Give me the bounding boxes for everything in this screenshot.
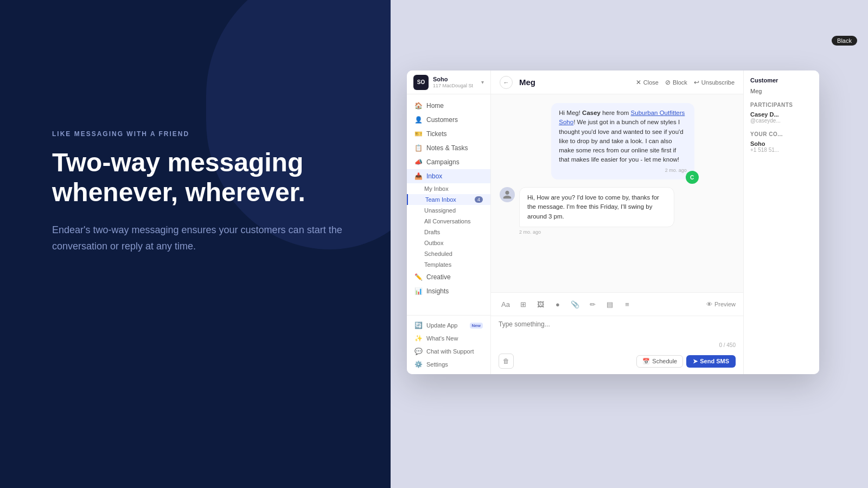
close-button[interactable]: ✕ Close xyxy=(636,79,659,86)
casey-avatar: C xyxy=(686,171,699,184)
campaigns-icon: 📣 xyxy=(414,158,422,166)
tickets-icon: 🎫 xyxy=(414,130,422,138)
left-panel: LIKE MESSAGING WITH A FRIEND Two-way mes… xyxy=(0,0,391,488)
inbound-bubble-wrap: Hi, How are you? I'd love to come by, th… xyxy=(519,187,735,235)
chat-header: ← Meg ✕ Close ⊘ Block ↩ Unsubscribe xyxy=(491,70,743,94)
home-icon: 🏠 xyxy=(414,102,422,110)
sidebar-item-inbox[interactable]: 📥 Inbox xyxy=(407,169,490,183)
composer-right-buttons: 📅 Schedule ➤ Send SMS xyxy=(636,355,736,368)
settings-icon: ⚙️ xyxy=(414,361,422,368)
nav-label-notes: Notes & Tasks xyxy=(426,144,468,152)
update-icon: 🔄 xyxy=(414,322,422,329)
sidebar-subitem-my-inbox[interactable]: My Inbox xyxy=(407,183,490,194)
message-outbound-1: Hi Meg! Casey here from Suburban Outfitt… xyxy=(551,103,735,179)
composer-toolbar: Aa ⊞ 🖼 ● 📎 ✏ ▤ ≡ 👁 Preview xyxy=(491,293,743,316)
sidebar-item-campaigns[interactable]: 📣 Campaigns xyxy=(407,155,490,169)
back-icon: ← xyxy=(503,79,509,86)
inbound-bubble-1: Hi, How are you? I'd love to come by, th… xyxy=(519,187,674,227)
nav-label-campaigns: Campaigns xyxy=(426,158,459,166)
preview-button[interactable]: 👁 Preview xyxy=(706,301,736,307)
sidebar-subitem-scheduled[interactable]: Scheduled xyxy=(407,248,490,259)
left-content: LIKE MESSAGING WITH A FRIEND Two-way mes… xyxy=(52,130,347,255)
tool-list2[interactable]: ≡ xyxy=(620,297,634,311)
send-button[interactable]: ➤ Send SMS xyxy=(686,355,736,368)
convo-phone: +1 518 51... xyxy=(750,147,813,153)
sidebar-subitem-team-inbox[interactable]: Team Inbox 4 xyxy=(407,194,490,205)
composer-input-area xyxy=(491,316,743,341)
nav-sub-label-my-inbox: My Inbox xyxy=(424,185,449,192)
sidebar: SO Soho 117 MacDougal St ▾ 🏠 Home 👤 Cust… xyxy=(407,70,491,374)
sidebar-header[interactable]: SO Soho 117 MacDougal St ▾ xyxy=(407,70,490,94)
customer-panel-title: Customer xyxy=(750,77,813,84)
trash-button[interactable]: 🗑 xyxy=(499,354,514,369)
participant-info: Casey D... @caseyde... xyxy=(750,111,813,124)
close-label: Close xyxy=(643,79,659,86)
nav-label-tickets: Tickets xyxy=(426,130,447,138)
update-app-item[interactable]: 🔄 Update App New xyxy=(407,319,490,332)
inbox-icon: 📥 xyxy=(414,172,422,180)
sidebar-item-tickets[interactable]: 🎫 Tickets xyxy=(407,127,490,141)
sidebar-footer: 🔄 Update App New ✨ What's New 💬 Chat wit… xyxy=(407,315,490,374)
close-icon: ✕ xyxy=(636,79,641,86)
sidebar-item-home[interactable]: 🏠 Home xyxy=(407,99,490,113)
nav-sub-label-drafts: Drafts xyxy=(424,229,440,235)
sidebar-subitem-unassigned[interactable]: Unassigned xyxy=(407,205,490,216)
sidebar-item-creative[interactable]: ✏️ Creative xyxy=(407,270,490,284)
msg-text-1: Hi Meg! Casey here from Suburban Outfitt… xyxy=(559,110,685,163)
settings-item[interactable]: ⚙️ Settings xyxy=(407,358,490,371)
unsubscribe-label: Unsubscribe xyxy=(701,79,735,86)
team-inbox-badge: 4 xyxy=(475,196,483,203)
settings-label: Settings xyxy=(426,361,448,368)
sidebar-nav: 🏠 Home 👤 Customers 🎫 Tickets 📋 Notes & T… xyxy=(407,94,490,315)
block-button[interactable]: ⊘ Block xyxy=(665,79,687,86)
whats-new-label: What's New xyxy=(426,335,458,342)
whats-new-item[interactable]: ✨ What's New xyxy=(407,332,490,345)
dropdown-icon[interactable]: ▾ xyxy=(481,79,484,85)
participant-name: Casey D... xyxy=(750,111,813,118)
sidebar-subitem-outbox[interactable]: Outbox xyxy=(407,237,490,248)
calendar-icon: 📅 xyxy=(642,358,650,365)
inbound-timestamp-1: 2 mo. ago xyxy=(519,229,735,235)
tool-pen[interactable]: ✏ xyxy=(585,297,599,311)
subtext: Endear's two-way messaging ensures your … xyxy=(52,222,345,254)
chat-title: Meg xyxy=(519,78,629,87)
chat-main: ← Meg ✕ Close ⊘ Block ↩ Unsubscribe xyxy=(491,70,743,374)
sidebar-subitem-templates[interactable]: Templates xyxy=(407,259,490,270)
messages-area: Hi Meg! Casey here from Suburban Outfitt… xyxy=(491,94,743,292)
tool-list1[interactable]: ▤ xyxy=(603,297,617,311)
unsubscribe-button[interactable]: ↩ Unsubscribe xyxy=(694,79,735,86)
block-label: Block xyxy=(673,79,687,86)
color-badge-wrap: Black xyxy=(832,35,857,45)
tool-attach[interactable]: 📎 xyxy=(568,297,582,311)
block-icon: ⊘ xyxy=(665,79,671,86)
chat-actions: ✕ Close ⊘ Block ↩ Unsubscribe xyxy=(636,79,735,86)
composer-bottom: 🗑 📅 Schedule ➤ Send SMS xyxy=(491,350,743,374)
sidebar-item-insights[interactable]: 📊 Insights xyxy=(407,284,490,298)
composer-input[interactable] xyxy=(499,320,736,337)
char-count: 0 / 450 xyxy=(491,341,743,350)
app-window: SO Soho 117 MacDougal St ▾ 🏠 Home 👤 Cust… xyxy=(407,70,819,374)
back-button[interactable]: ← xyxy=(500,76,513,89)
sidebar-subitem-drafts[interactable]: Drafts xyxy=(407,227,490,237)
tool-grid[interactable]: ⊞ xyxy=(516,297,530,311)
preview-label: Preview xyxy=(714,301,736,307)
tool-text[interactable]: Aa xyxy=(499,297,513,311)
nav-sub-label-templates: Templates xyxy=(424,261,451,268)
link-suburban[interactable]: Suburban Outfitters Soho xyxy=(559,110,685,125)
sidebar-item-customers[interactable]: 👤 Customers xyxy=(407,113,490,127)
participants-section-title: Participants xyxy=(750,102,813,108)
tool-circle[interactable]: ● xyxy=(551,297,565,311)
message-inbound-1: Hi, How are you? I'd love to come by, th… xyxy=(500,187,735,235)
outbound-timestamp-1: 2 mo. ago xyxy=(559,167,686,175)
update-label: Update App xyxy=(426,322,458,329)
tool-image[interactable]: 🖼 xyxy=(533,297,547,311)
sidebar-item-notes[interactable]: 📋 Notes & Tasks xyxy=(407,141,490,155)
new-badge: New xyxy=(470,323,483,329)
user-avatar xyxy=(500,187,515,202)
support-icon: 💬 xyxy=(414,348,422,355)
unsubscribe-icon: ↩ xyxy=(694,79,699,86)
chat-support-item[interactable]: 💬 Chat with Support xyxy=(407,345,490,358)
sidebar-subitem-all-conversations[interactable]: All Conversations xyxy=(407,216,490,227)
customers-icon: 👤 xyxy=(414,116,422,124)
schedule-button[interactable]: 📅 Schedule xyxy=(636,355,683,368)
